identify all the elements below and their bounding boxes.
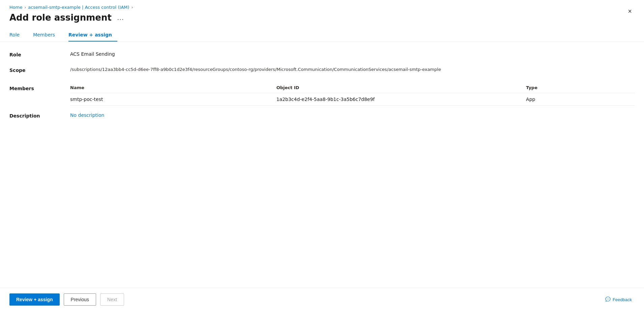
tab-review-assign[interactable]: Review + assign (68, 29, 117, 42)
close-button[interactable]: × (625, 6, 635, 17)
members-table-header-row: Name Object ID Type (70, 82, 635, 93)
page-title: Add role assignment (9, 12, 112, 23)
members-label: Members (9, 82, 70, 91)
scope-value: /subscriptions/12aa3bb4-cc5d-d6ee-7ff8-a… (70, 67, 635, 72)
table-row: smtp-poc-test 1a2b3c4d-e2f4-5aa8-9b1c-3a… (70, 93, 635, 106)
members-table-container: Name Object ID Type smtp-poc-test 1a2b3c… (70, 82, 635, 106)
main-content: Role ACS Email Sending Scope /subscripti… (0, 42, 644, 288)
breadcrumb-separator-1: › (24, 5, 26, 10)
svg-point-2 (609, 299, 609, 299)
breadcrumb-iam[interactable]: acsemail-smtp-example | Access control (… (28, 5, 129, 10)
next-button: Next (100, 293, 124, 306)
more-options-icon[interactable]: … (115, 13, 126, 22)
review-assign-button[interactable]: Review + assign (9, 293, 60, 306)
svg-point-0 (607, 299, 608, 299)
breadcrumb-home[interactable]: Home (9, 5, 22, 10)
col-header-name: Name (70, 82, 276, 93)
scope-label: Scope (9, 67, 70, 73)
page-header: Add role assignment … (0, 12, 644, 29)
role-field-row: Role ACS Email Sending (9, 51, 635, 57)
role-label: Role (9, 51, 70, 57)
role-value: ACS Email Sending (70, 51, 635, 57)
description-link[interactable]: No description (70, 112, 104, 118)
description-field-row: Description No description (9, 112, 635, 119)
member-type: App (526, 93, 635, 106)
feedback-icon (605, 296, 611, 303)
members-table: Name Object ID Type smtp-poc-test 1a2b3c… (70, 82, 635, 106)
tab-role[interactable]: Role (9, 29, 25, 42)
description-label: Description (9, 112, 70, 119)
member-object-id: 1a2b3c4d-e2f4-5aa8-9b1c-3a5b6c7d8e9f (276, 93, 526, 106)
col-header-objectid: Object ID (276, 82, 526, 93)
breadcrumb: Home › acsemail-smtp-example | Access co… (0, 0, 644, 12)
col-header-type: Type (526, 82, 635, 93)
description-value[interactable]: No description (70, 112, 635, 118)
feedback-label: Feedback (613, 297, 632, 302)
member-name: smtp-poc-test (70, 93, 276, 106)
tabs-bar: Role Members Review + assign (0, 29, 644, 42)
previous-button[interactable]: Previous (64, 293, 96, 306)
scope-field-row: Scope /subscriptions/12aa3bb4-cc5d-d6ee-… (9, 67, 635, 73)
tab-members[interactable]: Members (33, 29, 60, 42)
svg-point-1 (608, 299, 608, 299)
breadcrumb-separator-2: › (131, 5, 133, 10)
footer: Review + assign Previous Next Feedback (0, 288, 644, 311)
members-field-row: Members Name Object ID Type smtp-poc-tes… (9, 82, 635, 106)
feedback-button[interactable]: Feedback (603, 295, 635, 304)
